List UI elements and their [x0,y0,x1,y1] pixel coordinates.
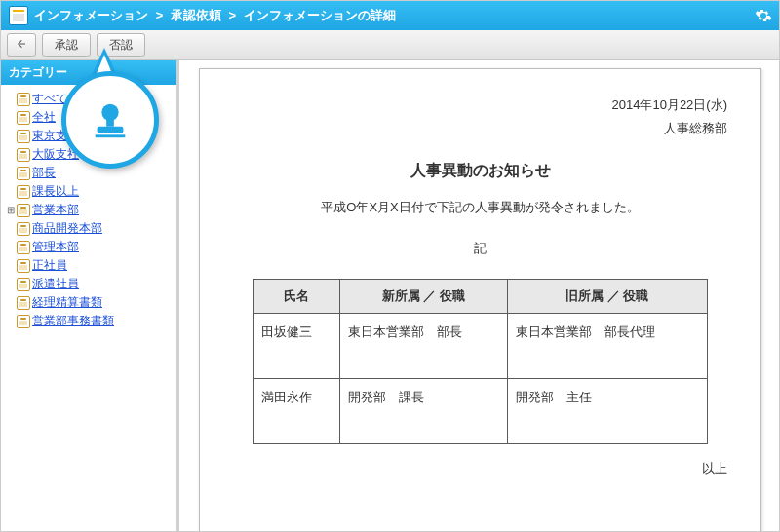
table-cell: 開発部 主任 [507,379,707,444]
doc-mark: 記 [233,240,727,257]
app-icon [9,6,28,25]
sidebar-item[interactable]: すべて [5,90,175,107]
doc-title: 人事異動のお知らせ [233,161,727,181]
back-button[interactable] [7,33,36,57]
doc-department: 人事総務部 [233,120,727,137]
clipboard-icon [17,296,30,308]
approve-button[interactable]: 承認 [42,33,91,57]
table-header-row: 氏名新所属 ／ 役職旧所属 ／ 役職 [254,280,707,314]
clipboard-icon [17,222,30,234]
sidebar-item[interactable]: ⊞営業本部 [5,201,175,218]
approve-label: 承認 [55,37,78,54]
table-cell: 満田永作 [254,379,339,444]
doc-closing: 以上 [233,460,727,477]
table-row: 田坂健三東日本営業部 部長東日本営業部 部長代理 [254,314,707,379]
sidebar-item-label[interactable]: 部長 [32,165,56,181]
sidebar-item[interactable]: 大阪支社 [5,145,175,163]
crumb-sep: > [156,8,164,22]
table-cell: 東日本営業部 部長代理 [507,314,707,379]
breadcrumb: インフォメーション > 承認依頼 > インフォメーションの詳細 [34,7,396,24]
sidebar-item[interactable]: 正社員 [5,256,175,274]
sidebar-item[interactable]: 課長以上 [5,182,175,200]
app-window: インフォメーション > 承認依頼 > インフォメーションの詳細 承認 否認 カテ… [0,0,780,532]
crumb-2: 承認依頼 [171,8,221,22]
clipboard-icon [17,185,30,197]
clipboard-icon [17,278,30,289]
clipboard-icon [17,111,30,123]
clipboard-icon [17,259,30,271]
crumb-sep: > [228,8,236,22]
table-header-cell: 旧所属 ／ 役職 [507,280,707,314]
table-header-cell: 氏名 [254,280,339,314]
toolbar: 承認 否認 [1,30,779,60]
sidebar-item-label[interactable]: 管理本部 [32,239,79,255]
doc-lead: 平成O年X月X日付で下記の人事異動が発令されました。 [233,199,727,216]
back-arrow-icon [15,37,28,53]
expand-plus-icon[interactable]: ⊞ [5,205,17,215]
body: カテゴリー すべて全社東京支社大阪支社部長課長以上⊞営業本部商品開発本部管理本部… [1,60,779,531]
sidebar-item-label[interactable]: 課長以上 [32,183,79,200]
sidebar-item-label[interactable]: 派遣社員 [32,276,79,292]
sidebar-item-label[interactable]: 営業部事務書類 [32,313,114,329]
sidebar-item-label[interactable]: すべて [32,91,67,107]
settings-gear-icon[interactable] [754,6,773,25]
table-cell: 東日本営業部 部長 [339,314,507,379]
sidebar-heading: カテゴリー [1,60,176,85]
document: 2014年10月22日(水) 人事総務部 人事異動のお知らせ 平成O年X月X日付… [199,68,761,531]
sidebar-item[interactable]: 部長 [5,164,175,181]
reject-label: 否認 [109,37,133,54]
table-row: 満田永作開発部 課長開発部 主任 [254,379,707,444]
crumb-3: インフォメーションの詳細 [244,8,396,22]
clipboard-icon [17,167,30,178]
sidebar-item-label[interactable]: 大阪支社 [32,146,79,163]
sidebar-item[interactable]: 東京支社 [5,127,175,144]
sidebar-item[interactable]: 派遣社員 [5,275,175,292]
sidebar-item[interactable]: 商品開発本部 [5,219,175,237]
clipboard-icon [17,93,30,104]
clipboard-icon [17,241,30,252]
table-cell: 開発部 課長 [339,379,507,444]
clipboard-icon [17,315,30,326]
crumb-1: インフォメーション [34,8,148,22]
reject-button[interactable]: 否認 [97,33,145,57]
table-header-cell: 新所属 ／ 役職 [339,280,507,314]
category-tree: すべて全社東京支社大阪支社部長課長以上⊞営業本部商品開発本部管理本部正社員派遣社… [1,85,176,531]
sidebar: カテゴリー すべて全社東京支社大阪支社部長課長以上⊞営業本部商品開発本部管理本部… [1,60,179,531]
doc-date: 2014年10月22日(水) [233,96,727,114]
sidebar-item-label[interactable]: 経理精算書類 [32,294,102,311]
sidebar-item-label[interactable]: 商品開発本部 [32,220,102,237]
transfer-table: 氏名新所属 ／ 役職旧所属 ／ 役職 田坂健三東日本営業部 部長東日本営業部 部… [253,279,707,444]
sidebar-item[interactable]: 全社 [5,108,175,126]
sidebar-item[interactable]: 管理本部 [5,238,175,255]
header-bar: インフォメーション > 承認依頼 > インフォメーションの詳細 [1,1,779,30]
sidebar-item[interactable]: 経理精算書類 [5,293,175,311]
sidebar-item-label[interactable]: 正社員 [32,257,67,274]
content-pane: 2014年10月22日(水) 人事総務部 人事異動のお知らせ 平成O年X月X日付… [179,60,779,531]
clipboard-icon [17,130,30,141]
clipboard-icon [17,148,30,160]
sidebar-item-label[interactable]: 営業本部 [32,202,79,218]
clipboard-icon [17,204,30,215]
table-cell: 田坂健三 [254,314,339,379]
sidebar-item-label[interactable]: 東京支社 [32,128,79,144]
sidebar-item-label[interactable]: 全社 [32,109,56,126]
sidebar-item[interactable]: 営業部事務書類 [5,312,175,329]
